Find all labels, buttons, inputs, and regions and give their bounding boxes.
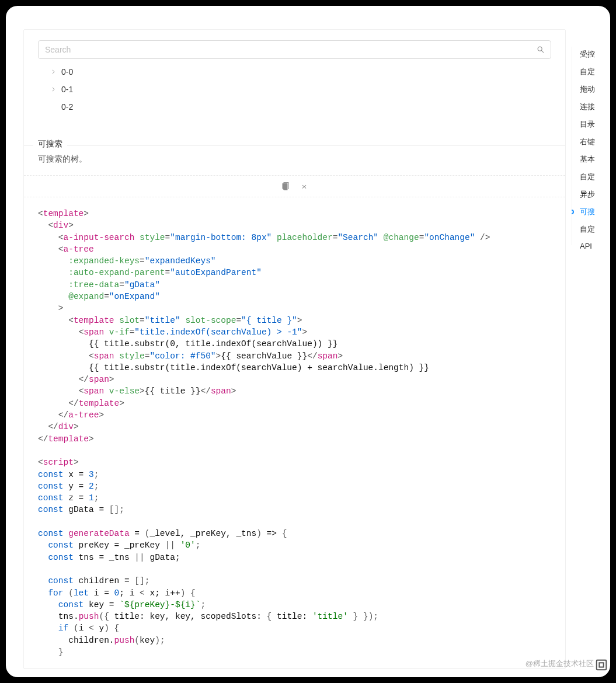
demo-title: 可搜索 — [33, 139, 67, 149]
anchor-item[interactable]: 自定 — [572, 221, 610, 238]
demo-description: 可搜索的树。 — [24, 146, 565, 175]
tree-node[interactable]: 0-0 — [38, 65, 551, 79]
caret-right-icon[interactable] — [51, 69, 57, 75]
anchor-item[interactable]: 基本 — [572, 151, 610, 168]
code-toggle-icon[interactable] — [300, 182, 309, 191]
fullscreen-icon[interactable] — [595, 658, 608, 671]
tree-node-title: 0-0 — [61, 67, 73, 76]
demo-action-bar — [24, 175, 565, 197]
tree-node[interactable]: 0-1 — [38, 82, 551, 96]
anchor-item[interactable]: 自定 — [572, 63, 610, 81]
search-input[interactable] — [38, 40, 551, 59]
main-content: 0-00-10-2 可搜索 可搜索的树。 <template> <div> <a… — [6, 6, 572, 677]
demo-meta: 可搜索 可搜索的树。 — [24, 145, 565, 175]
code-block: <template> <div> <a-input-search style="… — [24, 197, 565, 668]
watermark: @稀土掘金技术社区 — [525, 658, 594, 669]
tree: 0-00-10-2 — [38, 65, 551, 114]
svg-rect-1 — [599, 663, 603, 667]
copy-icon[interactable] — [281, 182, 290, 191]
search-input-wrap — [38, 40, 551, 59]
app-window: 0-00-10-2 可搜索 可搜索的树。 <template> <div> <a… — [6, 6, 610, 677]
anchor-item[interactable]: 拖动 — [572, 81, 610, 98]
search-icon[interactable] — [537, 46, 545, 54]
anchor-item[interactable]: API — [572, 238, 610, 254]
tree-node-title: 0-1 — [61, 85, 73, 94]
anchor-item[interactable]: 异步 — [572, 186, 610, 203]
anchor-item[interactable]: 连接 — [572, 98, 610, 116]
anchor-item[interactable]: 自定 — [572, 168, 610, 186]
anchor-active-dot-icon — [572, 210, 574, 214]
anchor-item[interactable]: 可搜 — [572, 203, 610, 221]
anchor-item[interactable]: 目录 — [572, 116, 610, 133]
demo-section: 0-00-10-2 — [24, 30, 565, 128]
svg-rect-0 — [597, 660, 607, 670]
anchor-item[interactable]: 受控 — [572, 46, 610, 63]
tree-node[interactable]: 0-2 — [38, 100, 551, 114]
anchor-sidebar: 受控自定拖动连接目录右键基本自定异步可搜自定API — [572, 6, 610, 677]
tree-node-title: 0-2 — [61, 102, 73, 111]
caret-right-icon[interactable] — [51, 86, 57, 92]
demo-box: 0-00-10-2 可搜索 可搜索的树。 <template> <div> <a… — [23, 29, 566, 669]
anchor-item[interactable]: 右键 — [572, 133, 610, 151]
